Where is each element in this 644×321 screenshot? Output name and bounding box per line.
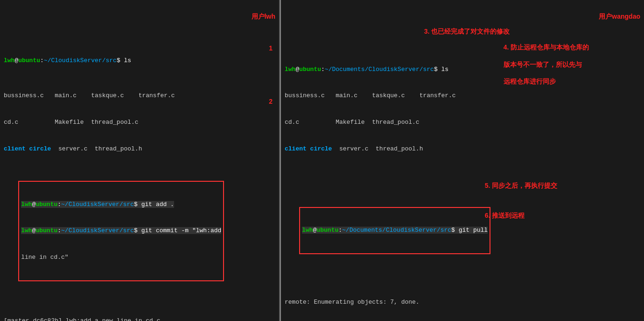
left-box-1: lwh@ubuntu:~/CloudiskServer/src$ git add… <box>18 181 224 281</box>
annotation-2: 2 <box>269 97 273 106</box>
right-line-6: remote: Enumerating objects: 7, done. <box>285 298 640 307</box>
left-user-annotation: 用户lwh <box>230 3 275 31</box>
annotation-5: 5. 同步之后，再执行提交 <box>463 172 557 200</box>
right-line-5: lwh@ubuntu:~/Documents/CloudiskServer/sr… <box>302 226 488 235</box>
annotation-4: 4. 防止远程仓库与本地仓库的 版本号不一致了，所以先与 远程仓库进行同步 <box>482 35 589 94</box>
left-line-4: client circle server.c thread_pool.h <box>4 145 275 154</box>
right-line-4: client circle server.c thread_pool.h <box>285 145 640 154</box>
left-terminal: 用户lwh lwh@ubuntu:~/CloudiskServer/src$ l… <box>0 0 280 321</box>
right-terminal: 用户wangdao lwh@ubuntu:~/Documents/Cloudis… <box>281 0 644 321</box>
annotation-1: 1 <box>269 43 273 53</box>
right-line-3: cd.c Makefile thread_pool.c <box>285 118 640 127</box>
annotation-6: 6. 推送到远程 <box>463 202 525 230</box>
left-terminal-content: 用户lwh lwh@ubuntu:~/CloudiskServer/src$ l… <box>4 4 275 321</box>
left-line-6b: line in cd.c" <box>21 253 221 262</box>
left-line-6: lwh@ubuntu:~/CloudiskServer/src$ git com… <box>21 227 221 235</box>
left-line-3: cd.c Makefile thread_pool.c <box>4 118 275 127</box>
left-line-1: lwh@ubuntu:~/CloudiskServer/src$ ls <box>4 57 275 65</box>
left-line-5: lwh@ubuntu:~/CloudiskServer/src$ git add… <box>21 200 221 209</box>
right-terminal-content: 用户wangdao lwh@ubuntu:~/Documents/Cloudis… <box>285 4 640 321</box>
right-box-pull: lwh@ubuntu:~/Documents/CloudiskServer/sr… <box>299 207 490 254</box>
right-user-annotation: 用户wangdao <box>577 3 640 31</box>
left-line-7: [master dc6c82b] lwh:add a new line in c… <box>4 317 275 321</box>
left-line-2: bussiness.c main.c taskque.c transfer.c <box>4 92 275 100</box>
